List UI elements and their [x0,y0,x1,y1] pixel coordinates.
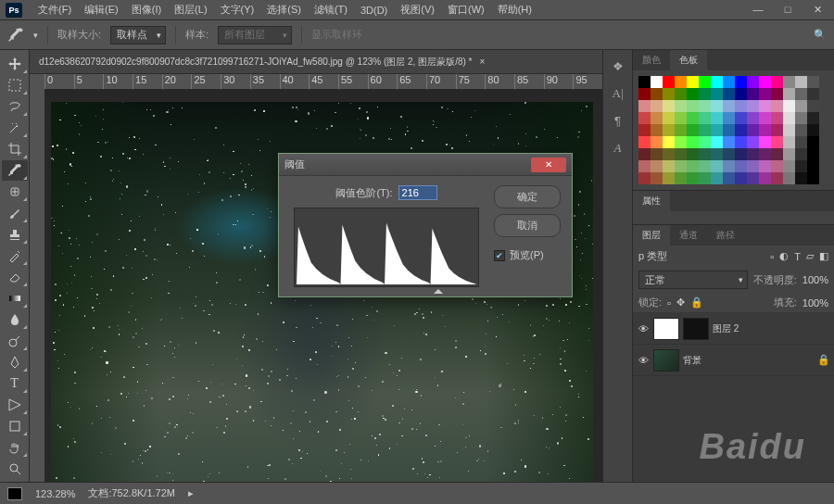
menu-select[interactable]: 选择(S) [260,0,308,19]
swatch[interactable] [687,88,699,100]
swatch[interactable] [759,100,771,112]
swatch[interactable] [711,76,723,88]
swatch[interactable] [735,124,747,136]
close-window-button[interactable]: ✕ [806,4,828,16]
lock-pixels-icon[interactable]: ▫ [667,297,671,309]
sample-size-dropdown[interactable]: 取样点 [110,26,166,44]
maximize-button[interactable]: □ [777,4,799,16]
swatch[interactable] [699,124,711,136]
swatch[interactable] [663,100,675,112]
swatch[interactable] [735,148,747,160]
swatch[interactable] [675,172,687,184]
document-tab[interactable]: d12e638620792d0902c9f800907dc8c3f7210997… [30,50,602,74]
swatch[interactable] [783,136,795,148]
swatch[interactable] [687,136,699,148]
swatch[interactable] [771,172,783,184]
crop-tool[interactable] [2,139,28,159]
swatch[interactable] [651,124,663,136]
swatch[interactable] [807,136,819,148]
swatch[interactable] [651,136,663,148]
swatch[interactable] [807,124,819,136]
swatch[interactable] [759,88,771,100]
swatch[interactable] [759,76,771,88]
swatch[interactable] [638,100,651,112]
swatch[interactable] [807,172,819,184]
menu-file[interactable]: 文件(F) [32,0,78,19]
dodge-tool[interactable] [2,331,28,351]
zoom-value[interactable]: 123.28% [35,488,75,499]
gradient-tool[interactable] [2,288,28,309]
zoom-tool[interactable] [2,459,28,479]
swatch[interactable] [711,112,723,124]
tab-channels[interactable]: 通道 [670,225,707,246]
swatch[interactable] [723,148,735,160]
layer-thumb[interactable] [653,349,679,372]
swatch[interactable] [638,172,651,184]
menu-3d[interactable]: 3D(D) [354,2,394,19]
swatch[interactable] [651,112,663,124]
swatch[interactable] [687,112,699,124]
swatch[interactable] [638,136,651,148]
swatch[interactable] [735,88,747,100]
swatch[interactable] [771,112,783,124]
fg-bg-swatch[interactable] [7,487,22,500]
swatch[interactable] [783,76,795,88]
swatch[interactable] [807,100,819,112]
swatch[interactable] [735,160,747,172]
layer-row[interactable]: 👁 图层 2 [633,313,834,345]
marquee-tool[interactable] [2,75,28,95]
layer-thumb[interactable] [653,318,679,340]
swatch[interactable] [675,88,687,100]
swatch[interactable] [723,100,735,112]
swatch[interactable] [747,172,759,184]
swatch[interactable] [747,124,759,136]
move-tool[interactable] [2,54,28,74]
swatch[interactable] [687,124,699,136]
swatch[interactable] [651,172,663,184]
swatch[interactable] [735,100,747,112]
history-brush-tool[interactable] [2,246,28,266]
swatch[interactable] [675,160,687,172]
swatch[interactable] [759,124,771,136]
swatch[interactable] [663,172,675,184]
flyout-icon[interactable]: ▸ [188,487,194,499]
layer-name[interactable]: 图层 2 [713,322,739,335]
swatch[interactable] [723,136,735,148]
swatch[interactable] [723,88,735,100]
cancel-button[interactable]: 取消 [494,214,561,237]
eyedropper-tool[interactable] [2,160,28,181]
search-icon[interactable]: 🔍 [814,29,827,41]
swatch[interactable] [675,100,687,112]
swatch[interactable] [735,112,747,124]
preview-checkbox[interactable]: ✔ 预览(P) [494,248,561,262]
swatch[interactable] [651,160,663,172]
swatch[interactable] [723,76,735,88]
tab-properties[interactable]: 属性 [633,191,670,211]
swatch[interactable] [699,112,711,124]
swatch[interactable] [783,160,795,172]
swatch[interactable] [759,160,771,172]
swatch[interactable] [663,124,675,136]
swatch[interactable] [675,124,687,136]
swatch[interactable] [638,76,651,88]
healing-tool[interactable] [2,182,28,202]
hand-tool[interactable] [2,437,28,458]
swatch[interactable] [783,112,795,124]
swatch[interactable] [723,160,735,172]
menu-window[interactable]: 窗口(W) [441,0,491,19]
magic-wand-tool[interactable] [2,118,28,138]
menu-help[interactable]: 帮助(H) [491,0,538,19]
swatch[interactable] [699,76,711,88]
visibility-icon[interactable]: 👁 [637,355,650,366]
layer-name[interactable]: 背景 [683,354,701,367]
swatch[interactable] [771,160,783,172]
swatch[interactable] [771,124,783,136]
swatch[interactable] [687,148,699,160]
glyphs-icon[interactable]: A [614,141,622,156]
tab-layers[interactable]: 图层 [633,225,670,246]
swatch[interactable] [747,136,759,148]
swatch[interactable] [638,124,651,136]
pen-tool[interactable] [2,352,28,372]
tab-paths[interactable]: 路径 [707,225,744,246]
swatch[interactable] [747,160,759,172]
